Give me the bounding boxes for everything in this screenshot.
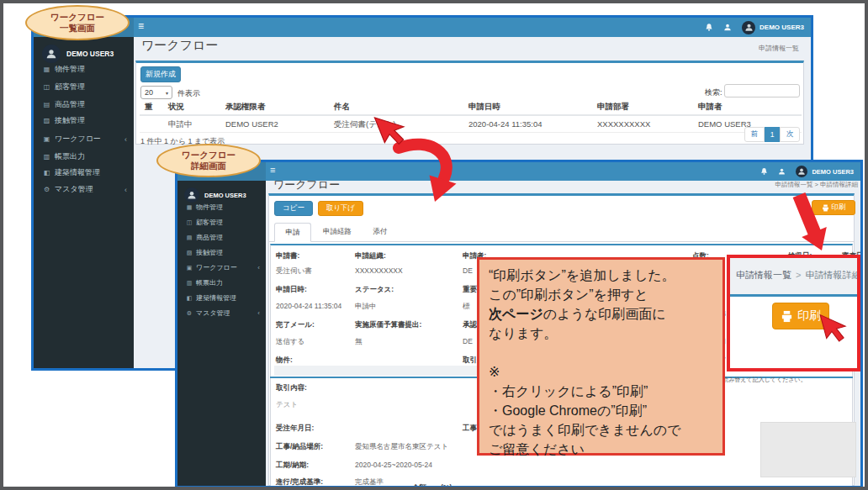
sidebar-item-master[interactable]: ⚙マスタ管理‹	[177, 308, 266, 318]
sidebar-item-construction[interactable]: ◧建築情報管理	[177, 293, 266, 303]
sidebar-item-label: 帳票出力	[196, 278, 223, 287]
tab-attachments[interactable]: 添付	[363, 223, 397, 241]
sidebar-item-products[interactable]: ▤商品管理	[177, 233, 266, 242]
page-1-button[interactable]: 1	[765, 127, 780, 142]
amount-header: 金額	[412, 483, 426, 488]
field-label: 実施原価予算書提出:	[355, 320, 421, 330]
sidebar-item-label: ワークフロー	[196, 263, 237, 272]
construction-icon: ◧	[42, 169, 51, 177]
col-header[interactable]: 件名	[334, 102, 350, 113]
breadcrumb: 申請情報一覧	[759, 44, 799, 53]
field-value: 送信する	[276, 337, 304, 347]
sidebar-item-properties[interactable]: ▦物件管理	[177, 203, 266, 212]
sidebar-item-properties[interactable]: ▦物件管理	[34, 64, 134, 75]
sidebar-item-products[interactable]: ▤商品管理	[34, 99, 134, 110]
col-header[interactable]: 申請部署	[597, 102, 629, 113]
sidebar-item-workflow[interactable]: ▣ワークフロー‹	[177, 263, 266, 272]
col-header[interactable]: 状況	[168, 102, 184, 113]
detail-sidebar: DEMO USER3 ▦物件管理 ◫顧客管理 ▤商品管理 ▨接触管理 ▣ワークフ…	[177, 181, 266, 486]
sidebar-item-reports[interactable]: ▥帳票出力	[34, 151, 134, 162]
building-icon: ▦	[185, 204, 193, 211]
sidebar-item-contacts[interactable]: ▨接触管理	[177, 248, 266, 257]
sidebar-user-panel: DEMO USER3	[184, 187, 246, 203]
products-icon: ▤	[185, 234, 193, 241]
avatar[interactable]	[742, 21, 755, 34]
field-value: 申請中	[355, 302, 377, 312]
field-value: DE	[463, 337, 473, 345]
avatar[interactable]	[796, 166, 807, 177]
zoom-box-divider	[730, 294, 857, 297]
page-size-suffix: 件表示	[177, 88, 200, 99]
sidebar-item-label: 接触管理	[196, 248, 223, 257]
zoom-breadcrumb: 申請情報一覧 > 申請情報詳細	[736, 269, 860, 282]
sidebar-item-construction[interactable]: ◧建築情報管理	[34, 167, 134, 178]
list-sidebar: DEMO USER3 ▦物件管理 ◫顧客管理 ▤商品管理 ▨接触管理 ▣ワークフ…	[34, 37, 134, 368]
note-line-rest: のような印刷画面に	[543, 307, 666, 321]
field-value: テスト	[276, 400, 298, 410]
note-line-bold: 次ページ	[489, 307, 543, 321]
note-line: ではうまく印刷できませんので	[489, 420, 713, 440]
sidebar-item-customers[interactable]: ◫顧客管理	[34, 82, 134, 92]
sidebar-user-panel: DEMO USER3	[42, 45, 114, 63]
breadcrumb-current: 申請情報詳細	[806, 270, 860, 280]
sidebar-item-workflow[interactable]: ▣ワークフロー‹	[34, 134, 134, 145]
sidebar-item-contacts[interactable]: ▨接触管理	[34, 115, 134, 126]
customers-icon: ◫	[185, 219, 193, 226]
bell-icon[interactable]	[705, 23, 713, 32]
sidebar-item-master[interactable]: ⚙マスタ管理‹	[34, 184, 134, 195]
page-size-select[interactable]: 20▾	[140, 86, 172, 99]
field-value: 2020-04-25~2020-05-24	[355, 461, 432, 469]
field-label: 取引内容:	[276, 383, 307, 393]
table-row: XXXXXXXXXX	[597, 119, 650, 129]
page-title: ワークフロー	[273, 177, 340, 192]
field-label: 完了メール:	[276, 320, 315, 330]
copy-button[interactable]: コピー	[274, 201, 313, 216]
sidebar-item-customers[interactable]: ◫顧客管理	[177, 218, 266, 227]
sidebar-username: DEMO USER3	[66, 50, 114, 58]
master-icon: ⚙	[185, 310, 193, 317]
search-input[interactable]	[724, 84, 800, 97]
table-row: DEMO USER2	[225, 119, 278, 129]
sidebar-toggle-button[interactable]: ≡	[270, 165, 275, 175]
screenshot-stage: ≡ DEMO USER3 DEMO USER3 ▦物件管理 ◫顧客管理 ▤商品管…	[0, 0, 868, 490]
note-line: なります。	[489, 324, 713, 343]
bell-icon[interactable]	[760, 167, 768, 176]
field-label: ステータス:	[355, 285, 394, 295]
sidebar-username: DEMO USER3	[204, 192, 246, 199]
next-page-button[interactable]: 次	[780, 127, 800, 142]
field-label: 工事/納品場所:	[276, 442, 323, 452]
sidebar-toggle-button[interactable]: ≡	[138, 20, 144, 32]
tab-route[interactable]: 申請経路	[313, 223, 362, 241]
customers-icon: ◫	[42, 83, 51, 91]
sidebar-item-label: ワークフロー	[55, 134, 101, 145]
prev-page-button[interactable]: 前	[744, 127, 765, 142]
user-icon[interactable]	[778, 167, 786, 176]
row-divider	[140, 132, 802, 133]
field-value: 愛知県名古屋市名東区テスト	[355, 442, 448, 452]
create-button[interactable]: 新規作成	[140, 66, 181, 82]
note-line: ※	[489, 362, 713, 382]
user-icon[interactable]	[723, 23, 732, 32]
notes-textarea[interactable]	[760, 422, 856, 477]
search-label: 検索:	[705, 87, 722, 98]
tab-application[interactable]: 申請	[274, 223, 311, 242]
col-header[interactable]: 申請日時	[468, 102, 500, 113]
col-header[interactable]: 承認権限者	[225, 102, 266, 113]
col-header[interactable]: 重	[145, 102, 153, 113]
sidebar-item-reports[interactable]: ▥帳票出力	[177, 278, 266, 287]
breadcrumb: 申請情報一覧 > 申請情報詳細	[775, 181, 858, 189]
navbar-username: DEMO USER3	[760, 24, 804, 31]
field-label: 進行/完成基準:	[276, 477, 323, 487]
badge-text: 一覧画面	[60, 23, 95, 34]
sidebar-item-label: マスタ管理	[55, 184, 93, 195]
sidebar-item-label: マスタ管理	[196, 308, 230, 318]
note-line: “印刷ボタン”を追加しました。	[489, 266, 713, 285]
col-header[interactable]: 申請者	[698, 102, 722, 113]
withdraw-button[interactable]: 取り下げ	[318, 201, 363, 216]
field-label: 受注年月日:	[276, 424, 314, 434]
annotation-note-box: “印刷ボタン”を追加しました。 この”印刷ボタン”を押すと 次ページのような印刷…	[477, 257, 725, 456]
badge-text: 詳細画面	[191, 161, 226, 171]
list-navbar: ≡ DEMO USER3	[34, 18, 811, 37]
field-value: 完成基準	[355, 477, 384, 487]
sidebar-item-label: 顧客管理	[196, 218, 223, 227]
